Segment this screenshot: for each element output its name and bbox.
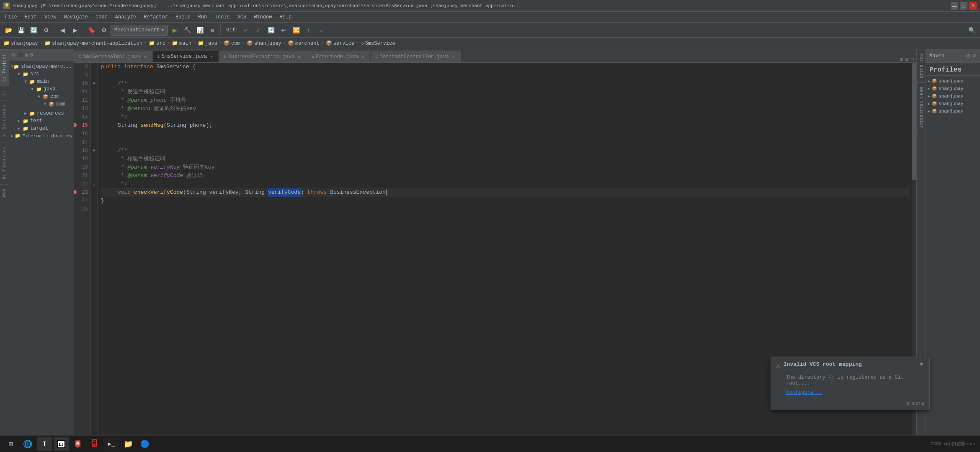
menu-build[interactable]: Build [172,13,194,21]
tree-item-test[interactable]: ▶ 📁 test [9,117,74,125]
taskbar-folder[interactable]: 📁 [121,437,136,451]
stop-btn[interactable]: ■ [206,24,218,36]
tree-item-src[interactable]: ▼ 📁 src [9,70,74,78]
taskbar-chrome[interactable]: 🔵 [137,437,152,451]
git-push-btn[interactable]: ↑ [304,25,314,35]
right-tab-bean[interactable]: Bean Validation [917,83,926,133]
tab-2[interactable]: 2: [0,86,9,100]
tab-close-biz[interactable]: ✕ [296,54,302,60]
tree-item-extlib[interactable]: ▶ 📁 External Libraries [9,132,74,139]
close-btn[interactable]: ✕ [969,2,977,10]
breadcrumb-com[interactable]: 📦 com [224,40,240,46]
maven-item-2[interactable]: ▶ 📦 shanjupay [926,85,980,92]
settings-btn[interactable]: ⚙ [40,24,52,36]
tab-merchantcontroller[interactable]: C MerchantController.java ✕ [371,51,461,62]
git-revert-btn[interactable]: ↩ [279,25,289,35]
taskbar-redis[interactable]: 🗄 [87,437,102,451]
tree-item-resources[interactable]: ▶ 📁 resources [9,110,74,117]
tree-item-com[interactable]: ▼ 📦 com [9,93,74,100]
run-btn[interactable]: ▶ [169,24,181,36]
menu-help[interactable]: Help [276,13,295,21]
project-gear-btn[interactable]: ⚙ [29,52,34,58]
taskbar-postman[interactable]: 📮 [70,437,85,451]
git-branch-btn[interactable]: 🔀 [291,25,301,35]
breadcrumb-smsservice[interactable]: ◇ SmsService [361,40,395,46]
breadcrumb-java[interactable]: 📁 java [198,40,217,46]
tab-close-sms[interactable]: ✕ [209,54,214,59]
tab-list-btn[interactable]: ≡ [900,56,903,62]
tree-item-root[interactable]: ▼ 📁 shanjupay-merc... [9,63,74,70]
menu-navigate[interactable]: Navigate [60,13,91,21]
maven-item-1[interactable]: ▶ 📦 shanjupay [926,77,980,85]
breadcrumb-service[interactable]: 📦 service [326,40,354,46]
menu-refactor[interactable]: Refactor [140,13,171,21]
sync-btn[interactable]: 🔄 [28,24,39,36]
menu-file[interactable]: File [2,13,21,21]
search-btn[interactable]: 🔍 [966,24,977,36]
maven-item-4[interactable]: ▶ 📦 shanjupay [926,100,980,108]
tab-close-err[interactable]: ✕ [360,54,366,60]
scrollbar-thumb[interactable] [912,63,916,180]
maven-settings-btn[interactable]: ⚙ [966,53,971,59]
taskbar-start[interactable]: ⊞ [3,437,18,451]
build-btn[interactable]: 🔨 [181,24,193,36]
coverage-btn[interactable]: 📊 [194,24,206,36]
tab-settings-btn[interactable]: ⚙ [905,56,909,62]
menu-tools[interactable]: Tools [211,13,233,21]
menu-vcs[interactable]: VCS [234,13,250,21]
tree-item-target[interactable]: ▶ 📁 target [9,125,74,132]
git-pull-btn[interactable]: ↓ [316,25,326,35]
breadcrumb-main[interactable]: 📁 main [172,40,191,46]
menu-analyze[interactable]: Analyze [112,13,139,21]
forward-btn[interactable]: ▶ [69,24,81,36]
breadcrumb-merchant[interactable]: 📦 merchant [288,40,320,46]
project-collapse-btn[interactable]: ≡ [25,53,28,58]
tab-businessexception[interactable]: C BusinessException.java ✕ [219,51,307,62]
project-options-btn[interactable]: ⚙ [12,52,16,58]
project-expand-btn[interactable]: ⬛ [18,52,23,58]
taskbar-terminal[interactable]: ▶_ [104,437,119,451]
maven-close-btn[interactable]: ✕ [972,53,977,59]
menu-run[interactable]: Run [195,13,211,21]
breadcrumb-shanjupay[interactable]: 📁 shanjupay [3,40,38,46]
back-btn[interactable]: ◀ [57,24,68,36]
tab-close-impl[interactable]: ✕ [142,54,148,60]
taskbar-intellij[interactable]: IJ [54,437,69,451]
open-folder-btn[interactable]: 📂 [3,24,14,36]
maven-item-3[interactable]: ▶ 📦 shanjupay [926,92,980,100]
save-btn[interactable]: 💾 [15,24,27,36]
breadcrumb-src[interactable]: 📁 src [149,40,165,46]
breadcrumb-app[interactable]: 📁 shanjupay-merchant-application [44,40,142,46]
maven-item-5[interactable]: ▶ 📦 shanjupay [926,108,980,115]
git-update-btn[interactable]: 🔄 [266,25,276,35]
tab-smsservice[interactable]: I SmsService.java ✕ [153,51,219,62]
tab-errorcode[interactable]: E ErrorCode.java ✕ [307,51,370,62]
maximize-btn[interactable]: □ [960,2,967,10]
tree-item-com2[interactable]: ▼ 📦 com [9,100,74,108]
breadcrumb-shanjupay2[interactable]: 📦 shanjupay [247,40,281,46]
bookmark-btn[interactable]: 🔖 [85,24,97,36]
minimize-btn[interactable]: — [951,2,958,10]
tab-structure[interactable]: 3: Structure [0,100,9,142]
tree-item-main[interactable]: ▼ 📁 main [9,78,74,85]
run-config-dropdown[interactable]: MerchantConvert ▾ [111,25,168,36]
tab-close-mc[interactable]: ✕ [451,54,456,60]
tree-item-java[interactable]: ▼ 📁 java [9,85,74,93]
taskbar-browser[interactable]: 🌐 [20,437,35,451]
tab-smsserviceimpl[interactable]: C SmsServiceImpl.java ✕ [74,51,152,62]
right-tab-ant[interactable]: Ant Build [917,49,926,83]
run-config-settings[interactable]: ⚙ [98,24,110,36]
editor-maximize-btn[interactable]: □ [911,56,914,62]
menu-code[interactable]: Code [92,13,111,21]
notif-expand-btn[interactable]: ▼ [919,361,924,367]
tab-project[interactable]: 1: Project [0,49,9,86]
taskbar-text[interactable]: T [37,437,52,451]
tab-favorites[interactable]: 4: Favorites [0,142,9,184]
menu-edit[interactable]: Edit [21,13,40,21]
git-commit-btn[interactable]: ✓ [241,25,251,35]
tab-web[interactable]: Web [0,184,9,201]
menu-view[interactable]: View [41,13,60,21]
menu-window[interactable]: Window [250,13,275,21]
notif-configure-link[interactable]: Configure... [771,388,929,399]
git-check-btn[interactable]: ✓ [253,25,263,35]
